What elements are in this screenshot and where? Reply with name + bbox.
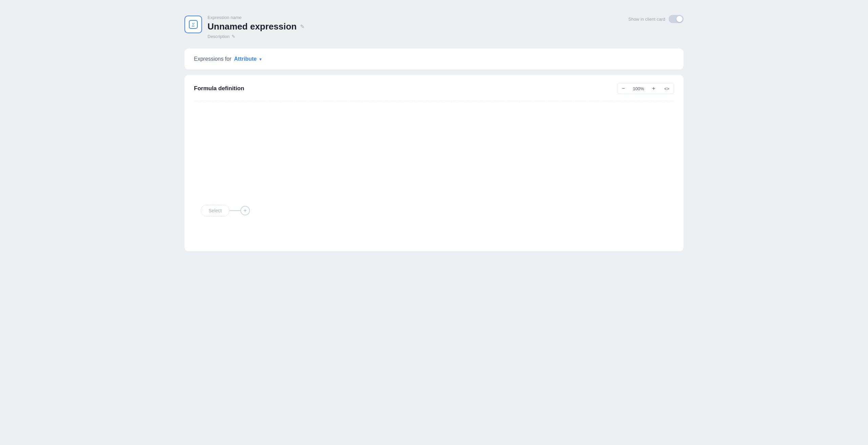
header-section: Σ Expression name Unnamed expression ✎ D… — [184, 8, 684, 49]
formula-node-row: Select + — [201, 205, 250, 216]
formula-title: Formula definition — [194, 85, 244, 92]
zoom-minus-button[interactable]: − — [617, 83, 629, 94]
select-node[interactable]: Select — [201, 205, 230, 216]
header-text: Expression name Unnamed expression ✎ Des… — [208, 15, 304, 39]
formula-header: Formula definition − 100% + <> — [194, 83, 674, 94]
title-edit-icon[interactable]: ✎ — [300, 23, 304, 30]
zoom-value: 100% — [629, 83, 648, 94]
expression-icon: Σ — [184, 16, 202, 33]
add-node-button[interactable]: + — [240, 206, 250, 215]
attribute-link[interactable]: Attribute — [234, 56, 257, 62]
code-view-button[interactable]: <> — [660, 83, 674, 94]
formula-definition-card: Formula definition − 100% + <> Select + — [184, 75, 684, 251]
formula-canvas: Select + — [194, 101, 674, 230]
connector-line — [230, 210, 240, 211]
description-label: Description — [208, 34, 230, 39]
formula-controls: − 100% + <> — [617, 83, 674, 94]
expressions-for-row: Expressions for Attribute ▾ — [194, 56, 674, 62]
header-right: Show in client card — [628, 15, 684, 23]
svg-text:Σ: Σ — [192, 22, 195, 27]
zoom-plus-button[interactable]: + — [648, 83, 660, 94]
show-in-client-card-label: Show in client card — [628, 17, 665, 22]
expression-title: Unnamed expression — [208, 21, 297, 32]
show-in-client-card-toggle[interactable] — [669, 15, 684, 23]
description-row: Description ✎ — [208, 34, 304, 39]
header-left: Σ Expression name Unnamed expression ✎ D… — [184, 15, 304, 39]
expressions-for-card: Expressions for Attribute ▾ — [184, 49, 684, 70]
expressions-for-label: Expressions for — [194, 56, 231, 62]
expression-name-label: Expression name — [208, 15, 304, 20]
attribute-chevron-icon[interactable]: ▾ — [259, 57, 262, 62]
description-edit-icon[interactable]: ✎ — [232, 34, 235, 39]
expression-title-row: Unnamed expression ✎ — [208, 21, 304, 32]
